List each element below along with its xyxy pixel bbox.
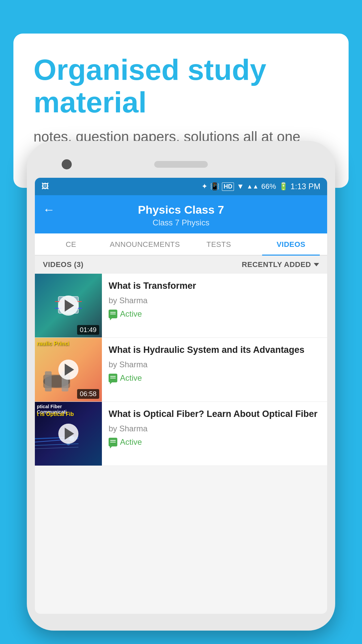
phone-speaker bbox=[154, 161, 208, 168]
chevron-down-icon bbox=[314, 263, 319, 266]
vibrate-icon: 📳 bbox=[210, 182, 219, 191]
tab-videos[interactable]: VIDEOS bbox=[255, 233, 327, 255]
video-author-optical: by Sharma bbox=[109, 424, 320, 433]
optical-thumb-label2: t is Optical Fib bbox=[37, 411, 74, 417]
video-title-transformer: What is Transformer bbox=[109, 280, 320, 292]
phone-screen: 🖼 ✦ 📳 HD ▼ ▲▲ 66% 🔋 1:13 PM ← bbox=[35, 178, 327, 614]
app-header: ← Physics Class 7 Class 7 Physics bbox=[35, 195, 327, 233]
wifi-icon: ▼ bbox=[237, 182, 244, 191]
video-duration-transformer: 01:49 bbox=[77, 325, 99, 335]
video-thumbnail-transformer: 01:49 bbox=[35, 274, 102, 337]
chat-icon-transformer bbox=[109, 310, 117, 318]
photo-icon: 🖼 bbox=[42, 182, 49, 191]
page-title: Physics Class 7 bbox=[62, 203, 300, 216]
play-button-transformer[interactable] bbox=[58, 296, 78, 316]
video-title-hydraulic: What is Hydraulic System and its Advanta… bbox=[109, 344, 320, 356]
video-item-optical[interactable]: ptical Fiber Communicati t is Optical Fi… bbox=[35, 402, 327, 466]
tabs-container: CE ANNOUNCEMENTS TESTS VIDEOS bbox=[35, 233, 327, 256]
video-info-optical: What is Optical Fiber? Learn About Optic… bbox=[102, 402, 327, 466]
phone-shell: 🖼 ✦ 📳 HD ▼ ▲▲ 66% 🔋 1:13 PM ← bbox=[27, 141, 335, 631]
active-badge-transformer: Active bbox=[109, 309, 320, 319]
back-button[interactable]: ← bbox=[43, 203, 55, 217]
hydraulic-thumb-label: raulic Princi bbox=[37, 340, 69, 347]
tab-tests[interactable]: TESTS bbox=[183, 233, 255, 255]
video-list: 01:49 What is Transformer by Sharma Acti… bbox=[35, 274, 327, 466]
active-label-transformer: Active bbox=[120, 309, 142, 319]
status-bar: 🖼 ✦ 📳 HD ▼ ▲▲ 66% 🔋 1:13 PM bbox=[35, 178, 327, 195]
status-left: 🖼 bbox=[42, 182, 49, 191]
video-item-hydraulic[interactable]: raulic Princi 0 bbox=[35, 338, 327, 402]
video-item-transformer[interactable]: 01:49 What is Transformer by Sharma Acti… bbox=[35, 274, 327, 338]
video-author-transformer: by Sharma bbox=[109, 296, 320, 305]
svg-rect-9 bbox=[45, 371, 52, 391]
sort-button[interactable]: RECENTLY ADDED bbox=[242, 260, 319, 269]
active-badge-hydraulic: Active bbox=[109, 373, 320, 383]
video-thumbnail-hydraulic: raulic Princi 0 bbox=[35, 338, 102, 401]
tab-ce[interactable]: CE bbox=[35, 233, 107, 255]
bluetooth-icon: ✦ bbox=[201, 182, 207, 191]
svg-line-12 bbox=[35, 444, 78, 445]
sort-label: RECENTLY ADDED bbox=[242, 260, 311, 269]
active-label-hydraulic: Active bbox=[120, 373, 142, 383]
phone-mockup: 🖼 ✦ 📳 HD ▼ ▲▲ 66% 🔋 1:13 PM ← bbox=[27, 141, 335, 631]
svg-line-13 bbox=[35, 447, 78, 449]
video-author-hydraulic: by Sharma bbox=[109, 360, 320, 369]
chat-icon-optical bbox=[109, 438, 117, 446]
status-right: ✦ 📳 HD ▼ ▲▲ 66% 🔋 1:13 PM bbox=[201, 182, 320, 191]
video-info-transformer: What is Transformer by Sharma Active bbox=[102, 274, 327, 337]
battery-percent: 66% bbox=[261, 182, 276, 191]
videos-count: VIDEOS (3) bbox=[43, 260, 83, 269]
play-button-optical[interactable] bbox=[58, 424, 78, 444]
active-label-optical: Active bbox=[120, 437, 142, 447]
chat-icon-hydraulic bbox=[109, 374, 117, 382]
video-thumbnail-optical: ptical Fiber Communicati t is Optical Fi… bbox=[35, 402, 102, 466]
active-badge-optical: Active bbox=[109, 437, 320, 447]
hd-badge: HD bbox=[222, 182, 234, 191]
phone-top-bar bbox=[35, 151, 327, 178]
tab-announcements[interactable]: ANNOUNCEMENTS bbox=[107, 233, 183, 255]
video-info-hydraulic: What is Hydraulic System and its Advanta… bbox=[102, 338, 327, 401]
breadcrumb: Class 7 Physics bbox=[43, 218, 319, 227]
banner-title: Organised study material bbox=[34, 54, 328, 119]
play-button-hydraulic[interactable] bbox=[58, 360, 78, 380]
video-title-optical: What is Optical Fiber? Learn About Optic… bbox=[109, 408, 320, 420]
signal-icon: ▲▲ bbox=[247, 183, 259, 190]
video-duration-hydraulic: 06:58 bbox=[77, 389, 99, 399]
battery-icon: 🔋 bbox=[279, 182, 288, 191]
phone-camera bbox=[62, 159, 72, 169]
videos-list-header: VIDEOS (3) RECENTLY ADDED bbox=[35, 256, 327, 274]
time: 1:13 PM bbox=[291, 182, 320, 191]
